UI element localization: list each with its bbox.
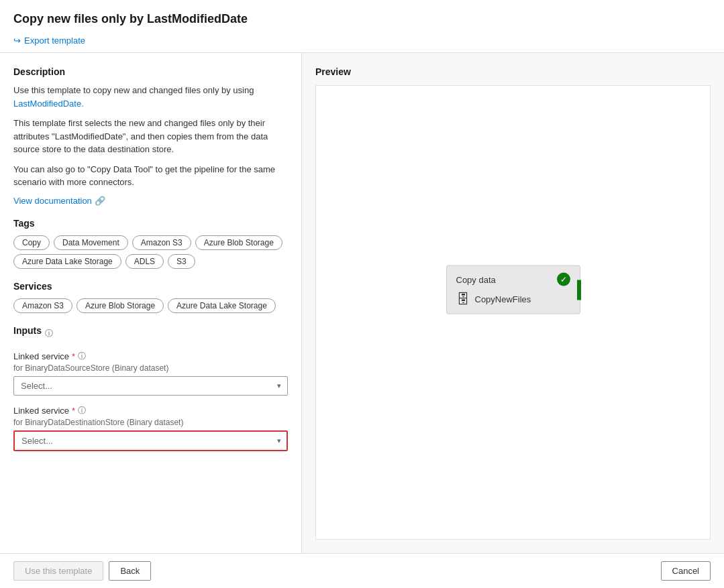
description-paragraph-2: This template first selects the new and …	[13, 117, 288, 156]
service-amazon-s3: Amazon S3	[13, 298, 72, 313]
tag-data-movement: Data Movement	[54, 235, 128, 250]
linked-service-1-select-wrapper: Select... ▾	[13, 376, 288, 396]
inputs-info-icon: ⓘ	[45, 328, 53, 339]
description-paragraph-3: You can also go to "Copy Data Tool" to g…	[13, 163, 288, 189]
services-title: Services	[13, 281, 288, 292]
view-documentation-link[interactable]: View documentation 🔗	[13, 196, 105, 206]
tag-copy: Copy	[13, 235, 50, 250]
services-container: Amazon S3 Azure Blob Storage Azure Data …	[13, 298, 288, 313]
tag-azure-data-lake-storage: Azure Data Lake Storage	[13, 254, 121, 269]
linked-service-1-label: Linked service * ⓘ	[13, 351, 288, 362]
tags-title: Tags	[13, 218, 288, 229]
preview-title: Preview	[315, 66, 711, 77]
view-doc-label: View documentation	[13, 196, 92, 206]
linked-service-1-sublabel: for BinaryDataSourceStore (Binary datase…	[13, 363, 288, 373]
external-link-icon: 🔗	[95, 196, 105, 206]
main-content: Description Use this template to copy ne…	[0, 53, 724, 553]
linked-service-2-select[interactable]: Select...	[13, 430, 288, 451]
copy-data-header: Copy data ✓	[456, 273, 570, 286]
linked-service-2-sublabel: for BinaryDataDestinationStore (Binary d…	[13, 418, 288, 427]
tags-container: Copy Data Movement Amazon S3 Azure Blob …	[13, 235, 288, 269]
copy-new-files-row: 🗄 CopyNewFiles	[456, 292, 570, 307]
service-azure-data-lake-storage: Azure Data Lake Storage	[168, 298, 276, 313]
preview-canvas: Copy data ✓ 🗄 CopyNewFiles	[315, 85, 711, 540]
database-icon: 🗄	[456, 292, 470, 307]
linked-service-1-info-icon: ⓘ	[78, 351, 86, 362]
green-bar-indicator	[577, 280, 581, 300]
last-modified-date-link[interactable]: LastModifiedDate.	[13, 99, 84, 109]
description-title: Description	[13, 66, 288, 77]
tag-s3: S3	[168, 254, 195, 269]
linked-service-2-info-icon: ⓘ	[78, 405, 86, 416]
use-template-button[interactable]: Use this template	[13, 561, 103, 581]
copy-files-label: CopyNewFiles	[475, 294, 531, 304]
description-paragraph-1: Use this template to copy new and change…	[13, 84, 288, 110]
linked-service-1-group: Linked service * ⓘ for BinaryDataSourceS…	[13, 351, 288, 396]
required-star-1: *	[72, 351, 75, 361]
inputs-title: Inputs	[13, 325, 42, 336]
left-panel: Description Use this template to copy ne…	[0, 53, 302, 553]
inputs-section: Inputs ⓘ Linked service * ⓘ for BinaryDa…	[13, 325, 288, 451]
service-azure-blob-storage: Azure Blob Storage	[76, 298, 164, 313]
cancel-button[interactable]: Cancel	[661, 561, 711, 581]
services-section: Services Amazon S3 Azure Blob Storage Az…	[13, 281, 288, 313]
linked-service-1-select[interactable]: Select...	[13, 376, 288, 396]
back-button[interactable]: Back	[109, 561, 151, 581]
required-star-2: *	[72, 406, 75, 416]
linked-service-2-label: Linked service * ⓘ	[13, 405, 288, 416]
tags-section: Tags Copy Data Movement Amazon S3 Azure …	[13, 218, 288, 269]
linked-service-2-group: Linked service * ⓘ for BinaryDataDestina…	[13, 405, 288, 451]
export-row: ↪ Export template	[0, 33, 724, 53]
tag-adls: ADLS	[125, 254, 164, 269]
footer-left: Use this template Back	[13, 561, 151, 581]
copy-data-card: Copy data ✓ 🗄 CopyNewFiles	[446, 266, 580, 314]
check-circle-icon: ✓	[557, 273, 570, 286]
tag-amazon-s3: Amazon S3	[132, 235, 191, 250]
export-arrow-icon: ↪	[13, 36, 21, 46]
linked-service-2-select-wrapper: Select... ▾	[13, 430, 288, 451]
export-template-link[interactable]: ↪ Export template	[13, 36, 85, 46]
page-title: Copy new files only by LastModifiedDate	[0, 0, 724, 33]
footer: Use this template Back Cancel	[0, 553, 724, 588]
export-template-label: Export template	[24, 36, 85, 46]
right-panel: Preview Copy data ✓ 🗄 CopyNewFiles	[302, 53, 724, 553]
copy-data-label: Copy data	[456, 274, 496, 284]
tag-azure-blob-storage: Azure Blob Storage	[195, 235, 282, 250]
